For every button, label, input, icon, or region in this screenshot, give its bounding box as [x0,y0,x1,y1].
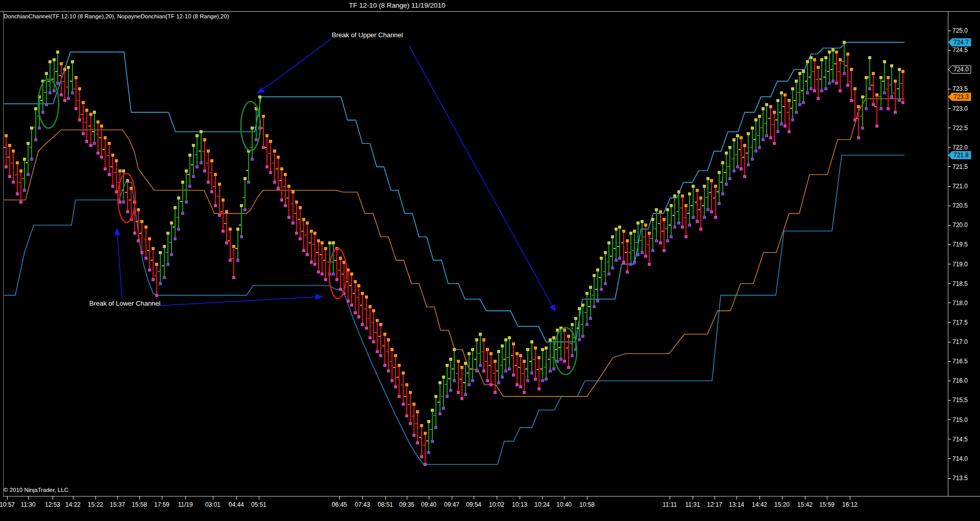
price-tick-label: 720.0 [952,221,968,229]
price-tag-value: 724.0 [953,66,969,73]
price-tick-label: 719.0 [952,261,968,268]
time-tick-label: 10:57 [0,501,15,508]
time-tick-label: 10:13 [512,501,527,508]
annotation-break-upper-channel: Break of Upper Channel [332,31,403,39]
time-tick-label: 15:20 [774,501,790,508]
price-tag-value: 721.8 [953,152,969,159]
annotation-arrow-line [409,45,552,306]
annotation-arrow-head [114,228,120,235]
price-tick-label: 714.5 [952,436,968,443]
lower-donchian-channel-line [4,155,904,464]
copyright-label: © 2010 NinjaTrader, LLC [4,487,68,493]
time-tick-label: 16:12 [842,501,857,508]
price-tick-label: 718.5 [952,280,968,287]
price-tick-label: 723.5 [952,85,968,92]
time-tick-label: 15:22 [88,501,103,508]
annotation-arrow-head [550,304,556,312]
price-tick-label: 716.5 [952,358,968,365]
price-tick-label: 715.5 [952,396,968,404]
time-tick-label: 10:24 [534,501,550,508]
time-tick-label: 09:54 [466,501,481,508]
time-tick-label: 09:40 [421,501,436,508]
price-tick-label: 714.0 [952,455,968,462]
price-tick-label: 721.5 [952,163,968,170]
time-tick-label: 10:02 [489,501,504,508]
time-tick-label: 11:11 [663,501,677,508]
price-tick-label: 720.5 [952,202,968,209]
time-tick-label: 15:42 [797,501,813,508]
price-tick-label: 721.0 [952,183,968,190]
price-tick-label: 717.0 [952,338,968,345]
annotation-arrow-line [117,235,122,298]
time-tick-label: 07:43 [355,501,370,508]
time-tick-label: 12:53 [45,501,60,508]
annotation-arrow-head [315,294,323,300]
time-tick-label: 09:47 [444,501,459,508]
annotation-break-lower-channel: Break of Lower Channel [89,300,160,307]
time-tick-label: 11/19 [178,501,192,508]
time-tick-label: 15:37 [110,501,125,508]
time-tick-label: 06:45 [332,501,347,508]
upper-donchian-channel-line [4,42,904,342]
time-tick-label: 13:14 [729,501,744,508]
price-tag-value: 724.7 [953,39,969,46]
time-tick-label: 15:58 [132,501,147,508]
time-tick-label: 10:40 [556,501,572,508]
price-tick-label: 719.5 [952,241,968,248]
time-tick-label: 11:31 [685,501,700,508]
price-tick-label: 713.5 [952,475,968,482]
price-tick-label: 725.0 [952,27,968,34]
time-tick-label: 03:01 [205,501,220,508]
price-tick-label: 722.5 [952,125,968,132]
time-tick-label: 17:59 [154,501,169,508]
price-tick-label: 716.0 [952,377,968,384]
time-tick-label: 11:30 [20,501,35,508]
time-tick-label: 14:42 [752,501,767,508]
time-tick-label: 04:44 [229,501,244,508]
chart-svg: 725.0724.5724.0723.5723.0722.5722.0721.5… [0,0,980,521]
annotation-arrow-line [158,297,315,306]
green-break-ellipse [241,102,260,151]
price-tag-value: 723.3 [953,93,969,101]
annotation-arrow-head [257,87,265,94]
price-tick-label: 723.0 [952,105,968,112]
time-tick-label: 09:35 [399,501,414,508]
price-bars [4,41,904,466]
annotation-arrow-line [263,39,331,89]
price-tick-label: 724.5 [952,46,968,54]
price-tick-label: 718.0 [952,300,968,307]
indicator-label: DonchianChannel(TF 12-10 (8 Range),20), … [4,13,229,19]
time-tick-label: 12:17 [707,501,722,508]
price-tick-label: 717.5 [952,319,968,326]
time-tick-label: 14:22 [65,501,81,508]
time-tick-label: 10:58 [579,501,595,508]
time-tick-label: 08:51 [378,501,393,508]
price-tick-label: 722.0 [952,144,968,151]
price-tick-label: 715.0 [952,416,968,424]
time-tick-label: 15:59 [819,501,835,508]
ninjatrader-chart-window: TF 12-10 (8 Range) 11/19/2010 725.0724.5… [0,0,980,521]
time-tick-label: 05:51 [251,501,266,508]
